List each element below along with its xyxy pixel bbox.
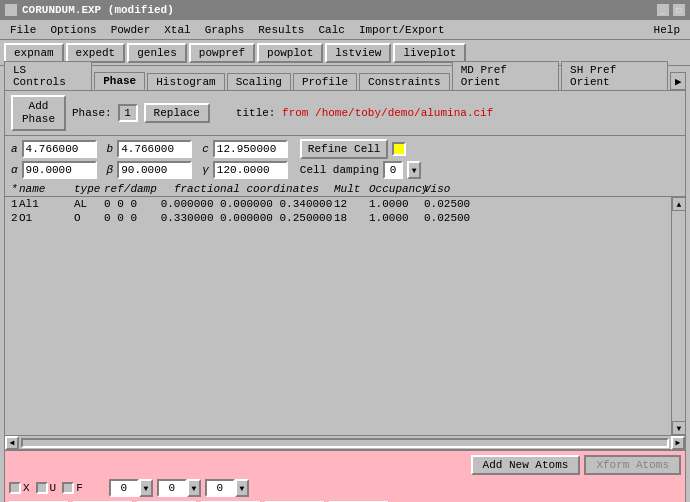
atom-row-1[interactable]: 1 Al1 AL 0 0 0 0.000000 0.000000 0.34000… [5,197,671,211]
checkbox-f-group: F [62,482,83,494]
spinbox-3-decrement[interactable]: ▼ [235,479,249,497]
vscroll-thumb [672,211,685,421]
hscroll-left[interactable]: ◀ [5,436,19,450]
tab-ls-controls[interactable]: LS Controls [4,61,92,90]
col-header-occ: Occupancy [369,183,424,195]
bottom-panel-row2: X U F ▼ ▼ ▼ [9,479,681,497]
xform-atoms-button[interactable]: Xform Atoms [584,455,681,475]
cell-alpha-input[interactable] [22,161,97,179]
cell-beta-label: β [107,164,114,176]
atom-row-2[interactable]: 2 O1 O 0 0 0 0.330000 0.000000 0.250000 … [5,211,671,225]
spinbox-1[interactable] [109,479,139,497]
vertical-scrollbar: ▲ ▼ [671,197,685,435]
menu-help[interactable]: Help [648,23,686,37]
cell-damping-input[interactable] [383,161,403,179]
col-header-ref: ref/damp [104,183,159,195]
cell-a-input[interactable] [22,140,97,158]
cell-beta-input[interactable] [117,161,192,179]
title-value: from /home/toby/demo/alumina.cif [282,107,493,119]
cell-params-row2: α β γ Cell damping ▼ [5,158,685,182]
tab-sh-pref[interactable]: SH Pref Orient [561,61,668,90]
atoms-table-header: * name type ref/damp fractional coordina… [5,182,685,197]
col-header-frac: fractional coordinates [159,183,334,195]
col-header-star: * [11,183,19,195]
bottom-panel-row1: Add New Atoms Xform Atoms [9,455,681,475]
col-header-mult: Mult [334,183,369,195]
main-tab-row: LS Controls Phase Histogram Scaling Prof… [0,66,690,90]
app-icon[interactable] [4,3,18,17]
hscroll-right[interactable]: ▶ [671,436,685,450]
checkbox-x[interactable] [9,482,21,494]
atom2-type: O [74,212,104,224]
cell-b-label: b [107,143,114,155]
cell-c-input[interactable] [213,140,288,158]
toolbar-expnam[interactable]: expnam [4,43,64,63]
tab-profile[interactable]: Profile [293,73,357,90]
tab-constraints[interactable]: Constraints [359,73,450,90]
toolbar-powpref[interactable]: powpref [189,43,255,63]
tab-md-pref[interactable]: MD Pref Orient [452,61,559,90]
toolbar-powplot[interactable]: powplot [257,43,323,63]
atom2-index: 2 [11,212,19,224]
title-label: title: [236,107,276,119]
spinbox-1-decrement[interactable]: ▼ [139,479,153,497]
window-title: CORUNDUM.EXP (modified) [22,4,174,16]
atom1-coords: 0.000000 0.000000 0.340000 [159,198,334,210]
vscroll-down[interactable]: ▼ [672,421,685,435]
menu-graphs[interactable]: Graphs [199,23,251,37]
col-header-name: name [19,183,74,195]
maximize-button[interactable]: □ [672,3,686,17]
checkbox-x-group: X [9,482,30,494]
replace-button[interactable]: Replace [144,103,210,123]
menu-powder[interactable]: Powder [105,23,157,37]
add-new-atoms-button[interactable]: Add New Atoms [471,455,581,475]
atom1-viso: 0.02500 [424,198,479,210]
spinbox-2-decrement[interactable]: ▼ [187,479,201,497]
cell-gamma-input[interactable] [213,161,288,179]
atom2-viso: 0.02500 [424,212,479,224]
menu-options[interactable]: Options [44,23,102,37]
atom1-index: 1 [11,198,19,210]
checkbox-f-label: F [76,482,83,494]
spinbox-1-group: ▼ [109,479,153,497]
atom1-occ: 1.0000 [369,198,424,210]
vscroll-up[interactable]: ▲ [672,197,685,211]
cell-c-label: c [202,143,209,155]
spinbox-2-group: ▼ [157,479,201,497]
cell-gamma-label: γ [202,164,209,176]
cell-alpha-label: α [11,164,18,176]
cell-b-input[interactable] [117,140,192,158]
cell-damping-decrement[interactable]: ▼ [407,161,421,179]
tab-scroll-right[interactable]: ▶ [670,72,686,90]
spinbox-2[interactable] [157,479,187,497]
spinbox-3[interactable] [205,479,235,497]
atom2-occ: 1.0000 [369,212,424,224]
refine-cell-button[interactable]: Refine Cell [300,139,389,159]
tab-phase[interactable]: Phase [94,72,145,90]
toolbar-expedt[interactable]: expedt [66,43,126,63]
checkbox-u[interactable] [36,482,48,494]
refine-cell-checkbox[interactable] [392,142,406,156]
phase-number: 1 [118,104,138,122]
menu-xtal[interactable]: Xtal [158,23,196,37]
tab-histogram[interactable]: Histogram [147,73,224,90]
menu-file[interactable]: File [4,23,42,37]
phase-label: Phase: [72,107,112,119]
atom2-name: O1 [19,212,74,224]
checkbox-f[interactable] [62,482,74,494]
checkbox-x-label: X [23,482,30,494]
toolbar-lstview[interactable]: lstview [325,43,391,63]
minimize-button[interactable]: _ [656,3,670,17]
add-phase-button[interactable]: Add Phase [11,95,66,131]
hscroll-track[interactable] [21,438,669,448]
menu-results[interactable]: Results [252,23,310,37]
menu-import-export[interactable]: Import/Export [353,23,451,37]
tab-scaling[interactable]: Scaling [227,73,291,90]
atoms-scrollable[interactable]: 1 Al1 AL 0 0 0 0.000000 0.000000 0.34000… [5,197,671,435]
menu-calc[interactable]: Calc [312,23,350,37]
toolbar-liveplot[interactable]: liveplot [393,43,466,63]
atom1-ref: 0 0 0 [104,198,159,210]
col-header-type: type [74,183,104,195]
toolbar-genles[interactable]: genles [127,43,187,63]
main-content: Add Phase Phase: 1 Replace title: from /… [4,90,686,450]
